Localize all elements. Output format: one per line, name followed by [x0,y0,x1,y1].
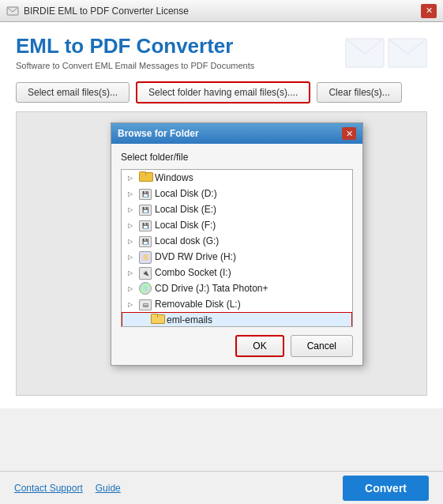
toolbar: Select email files(s)... Select folder h… [16,81,427,103]
tree-arrow: ▷ [128,269,139,276]
window-title: BIRDIE EML to PDF Converter License [24,6,189,17]
bottom-bar: Contact Support Guide Convert [0,471,443,504]
convert-button[interactable]: Convert [343,476,429,501]
tree-item-drive-g[interactable]: ▷ 💾 Local dosk (G:) [122,233,352,249]
app-title: EML to PDF Converter [16,35,254,58]
dialog-buttons: OK Cancel [121,335,353,357]
dvd-icon-h: 📀 [139,250,152,264]
title-bar-left: BIRDIE EML to PDF Converter License [6,5,189,17]
removable-icon-l: 🖴 [139,298,152,310]
app-subtitle: Software to Convert EML Email Messages t… [16,61,254,70]
drive-icon-e: 💾 [139,203,152,216]
app-header: EML to PDF Converter Software to Convert… [16,35,427,70]
tree-item-drive-e[interactable]: ▷ 💾 Local Disk (E:) [122,201,352,217]
app-icon [6,5,19,17]
title-bar: BIRDIE EML to PDF Converter License ✕ [0,0,443,22]
drive-icon-f: 💾 [139,219,152,231]
tree-arrow: ▷ [128,254,139,261]
ok-button[interactable]: OK [235,335,283,357]
tree-item-drive-d[interactable]: ▷ 💾 Local Disk (D:) [122,186,352,201]
select-files-button[interactable]: Select email files(s)... [16,82,130,103]
tree-item-drive-i[interactable]: ▷ 🔌 Combo Socket (I:) [122,265,352,280]
folder-icon-eml-emails [151,314,163,326]
tree-item-drive-l[interactable]: ▷ 🖴 Removable Disk (L:) [122,296,352,312]
window-close-button[interactable]: ✕ [421,4,437,18]
tree-arrow: ▷ [128,301,139,308]
tree-item-windows[interactable]: ▷ Windows [122,170,352,186]
tree-arrow: ▷ [128,175,139,182]
usb-icon-i: 🔌 [139,266,152,280]
tree-arrow: ▷ [128,285,139,292]
bottom-links: Contact Support Guide [14,483,121,494]
folder-icon-windows [139,171,152,184]
folder-tree[interactable]: ▷ Windows ▷ 💾 Local Disk (D:) ▷ 💾 Local … [121,169,353,327]
dialog-title: Browse for Folder [118,128,199,139]
drive-icon-d: 💾 [139,187,152,200]
dialog-label: Select folder/file [121,152,353,163]
app-title-block: EML to PDF Converter Software to Convert… [16,35,254,70]
envelope-icon-2 [388,38,427,68]
dialog-title-bar: Browse for Folder ✕ [111,123,362,144]
tree-arrow: ▷ [128,222,139,229]
envelope-icons [345,38,427,68]
contact-support-link[interactable]: Contact Support [14,483,83,494]
tree-arrow: ▷ [128,238,139,245]
tree-arrow: ▷ [128,190,139,197]
guide-link[interactable]: Guide [96,483,121,494]
tree-item-eml-emails[interactable]: eml-emails [122,312,352,327]
dialog-close-button[interactable]: ✕ [342,127,356,140]
tree-arrow: ▷ [128,206,139,213]
clear-files-button[interactable]: Clear files(s)... [317,82,401,103]
browse-dialog: Browse for Folder ✕ Select folder/file ▷… [111,122,363,366]
cancel-button[interactable]: Cancel [291,335,353,357]
select-folder-button[interactable]: Select folder having email files(s).... [136,81,310,103]
drive-icon-g: 💾 [139,235,152,247]
tree-item-drive-f[interactable]: ▷ 💾 Local Disk (F:) [122,217,352,233]
envelope-icon-1 [345,38,385,68]
tree-item-drive-h[interactable]: ▷ 📀 DVD RW Drive (H:) [122,249,352,265]
dialog-body: Select folder/file ▷ Windows ▷ 💾 Local D… [111,144,362,365]
cd-icon-j: 💿 [139,282,152,295]
tree-item-drive-j[interactable]: ▷ 💿 CD Drive (J:) Tata Photon+ [122,280,352,296]
